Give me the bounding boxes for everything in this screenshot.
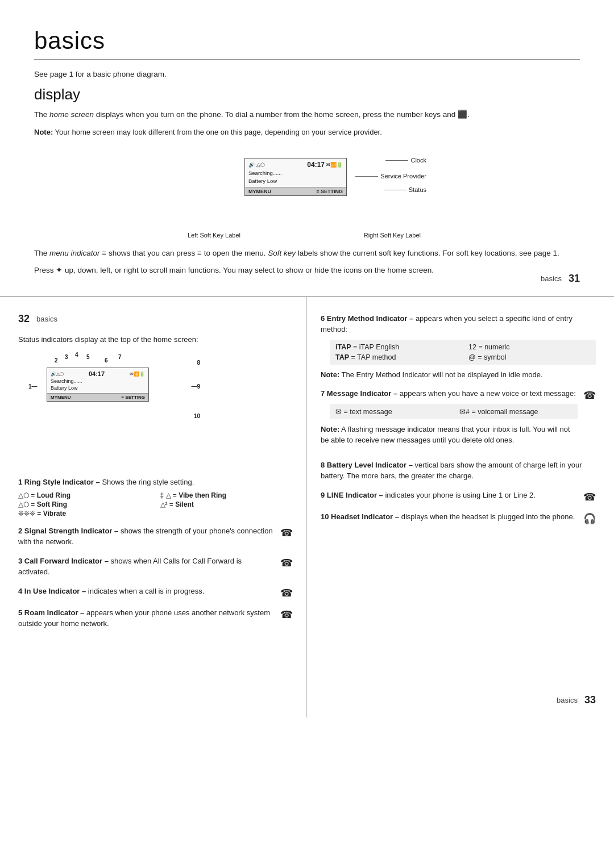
num-label-4: 4 bbox=[75, 352, 78, 358]
item7-num: 7 bbox=[321, 389, 325, 398]
item9-desc: indicates your phone is using Line 1 or … bbox=[385, 491, 536, 499]
item6-s1: iTAP = iTAP English bbox=[335, 343, 457, 351]
item10-icon: 🎧 bbox=[583, 512, 596, 525]
phone-setting: ≡ SETTING bbox=[316, 189, 343, 194]
item1-sub3: △⬡ = Soft Ring bbox=[18, 500, 151, 508]
item1-sub: △⬡ = Loud Ring ‡ △ = Vibe then Ring △⬡ =… bbox=[18, 491, 293, 518]
pd2-battery: Battery Low bbox=[51, 385, 145, 391]
item2-icon: ☎ bbox=[280, 527, 293, 539]
phone-top-left-icons: 🔊 △⬡ bbox=[248, 162, 265, 168]
page-number-area: basics 31 bbox=[541, 273, 580, 285]
label-rsk: Right Soft Key Label bbox=[364, 232, 421, 239]
indicator-item-6: 6 Entry Method Indicator – appears when … bbox=[321, 313, 596, 381]
num-label-6: 6 bbox=[105, 357, 108, 364]
phone-mymenu: MYMENU bbox=[248, 189, 271, 194]
item9-num: 9 bbox=[321, 491, 325, 499]
item9-icon: ☎ bbox=[583, 491, 596, 503]
bottom-spread: 32 basics Status indicators display at t… bbox=[0, 297, 614, 717]
item3-title: Call Forward Indicator – bbox=[24, 557, 109, 565]
page33-label: basics bbox=[557, 696, 578, 704]
top-page: basics See page 1 for a basic phone diag… bbox=[0, 0, 614, 297]
menu-indicator-italic: menu indicator bbox=[49, 249, 100, 257]
rsk-label-text: Right Soft Key Label bbox=[364, 232, 421, 239]
num-label-8: 8 bbox=[197, 360, 200, 366]
display-para3: Press ✦ up, down, left, or right to scro… bbox=[34, 265, 580, 276]
item7-title: Message Indicator – bbox=[327, 389, 397, 398]
item4-title: In Use Indicator – bbox=[24, 587, 86, 595]
item6-num: 6 bbox=[321, 314, 325, 323]
item4-desc: indicates when a call is in progress. bbox=[88, 587, 205, 595]
num-label-2: 2 bbox=[55, 357, 58, 364]
item1-sub4: △² = Silent bbox=[160, 500, 293, 508]
phone-diagram2: 🔊△⬡ 04:17 ✉📶🔋 Searching...... Battery Lo… bbox=[47, 368, 149, 402]
indicator-item-10: 10 Headset Indicator – displays when the… bbox=[321, 511, 596, 525]
page32-number: 32 bbox=[18, 313, 30, 325]
pd2-searching: Searching...... bbox=[51, 377, 145, 385]
item5-title: Roam Indicator – bbox=[24, 608, 84, 617]
num-label-1: 1— bbox=[28, 383, 38, 390]
item8-num: 8 bbox=[321, 461, 325, 469]
item1-sub2: ‡ △ = Vibe then Ring bbox=[160, 491, 293, 499]
item1-num: 1 bbox=[18, 478, 22, 486]
page32-label: basics bbox=[36, 315, 57, 323]
page-32: 32 basics Status indicators display at t… bbox=[0, 297, 307, 717]
home-screen-italic: home screen bbox=[49, 110, 94, 119]
num-label-5: 5 bbox=[86, 354, 90, 360]
status-label-text: Status bbox=[409, 186, 426, 193]
item1-sub5: ❊❊❊ = Vibrate bbox=[18, 510, 151, 518]
label-status: Status bbox=[384, 186, 426, 193]
indicator-item-5: 5 Roam Indicator – appears when your pho… bbox=[18, 607, 293, 629]
note1-label: Note: bbox=[34, 128, 53, 136]
phone-diagram: 🔊 △⬡ 04:17 ✉📶🔋 Searching...... Battery L… bbox=[244, 158, 347, 196]
phone-searching: Searching...... bbox=[248, 169, 343, 177]
phone-time: 04:17 bbox=[307, 161, 325, 169]
page33-footer: basics 33 bbox=[557, 694, 596, 706]
phone-diagram-container: 🔊 △⬡ 04:17 ✉📶🔋 Searching...... Battery L… bbox=[34, 148, 580, 239]
label-lsk: Left Soft Key Label bbox=[188, 232, 240, 239]
item5-icon: ☎ bbox=[280, 608, 293, 621]
num-label-9: —9 bbox=[191, 383, 200, 390]
soft-key-italic: Soft key bbox=[268, 249, 296, 257]
phone-battery-low: Battery Low bbox=[248, 177, 343, 185]
clock-label-text: Clock bbox=[410, 157, 426, 164]
page-title: basics bbox=[34, 27, 580, 60]
lsk-label-text: Left Soft Key Label bbox=[188, 232, 240, 239]
item7-icon: ☎ bbox=[583, 389, 596, 402]
item6-sub: iTAP = iTAP English 12 = numeric TAP = T… bbox=[330, 340, 596, 365]
note-label-7: Note: bbox=[321, 425, 339, 433]
item5-num: 5 bbox=[18, 608, 22, 617]
item10-num: 10 bbox=[321, 512, 329, 521]
item6-note: Note: The Entry Method Indicator will no… bbox=[321, 369, 596, 381]
item1-title: Ring Style Indicator – bbox=[24, 478, 100, 486]
note-label-6: Note: bbox=[321, 370, 339, 379]
sp-label-text: Service Provider bbox=[380, 173, 426, 180]
item6-s4: @ = symbol bbox=[468, 353, 590, 361]
pd2-setting: ≡ SETTING bbox=[121, 395, 145, 400]
item4-icon: ☎ bbox=[280, 587, 293, 599]
item2-num: 2 bbox=[18, 527, 22, 535]
page32-intro: Status indicators display at the top of … bbox=[18, 334, 293, 345]
indicator-item-3: 3 Call Forward Indicator – shows when Al… bbox=[18, 556, 293, 578]
note1: Note: Your home screen may look differen… bbox=[34, 127, 580, 138]
phone-softkey-bar: MYMENU ≡ SETTING bbox=[245, 187, 346, 195]
note1-text: Your home screen may look different from… bbox=[55, 128, 382, 136]
item7-sub: ✉ = text message ✉# = voicemail message bbox=[330, 404, 578, 419]
pd2-softkeys: MYMENU ≡ SETTING bbox=[47, 394, 148, 401]
item7-desc: appears when you have a new voice or tex… bbox=[400, 389, 576, 398]
item1-sub1: △⬡ = Loud Ring bbox=[18, 491, 151, 499]
pd2-icons: ✉📶🔋 bbox=[130, 372, 145, 377]
label-clock: Clock bbox=[385, 157, 426, 164]
item7-s2: ✉# = voicemail message bbox=[459, 407, 572, 416]
num-label-10: 10 bbox=[194, 413, 200, 419]
phone-right-icons: ✉📶🔋 bbox=[326, 162, 343, 168]
pd2-top-left: 🔊△⬡ bbox=[51, 372, 64, 377]
item10-desc: displays when the headset is plugged int… bbox=[401, 512, 575, 521]
item7-note: Note: A flashing message indicator means… bbox=[321, 424, 578, 446]
item8-title: Battery Level Indicator – bbox=[327, 461, 413, 469]
label-sp: Service Provider bbox=[355, 173, 426, 180]
num-label-3: 3 bbox=[65, 354, 68, 360]
phone-diagram2-outer: 🔊△⬡ 04:17 ✉📶🔋 Searching...... Battery Lo… bbox=[18, 352, 200, 465]
num-label-7: 7 bbox=[118, 354, 122, 360]
item6-s2: 12 = numeric bbox=[468, 343, 590, 351]
item3-num: 3 bbox=[18, 557, 22, 565]
